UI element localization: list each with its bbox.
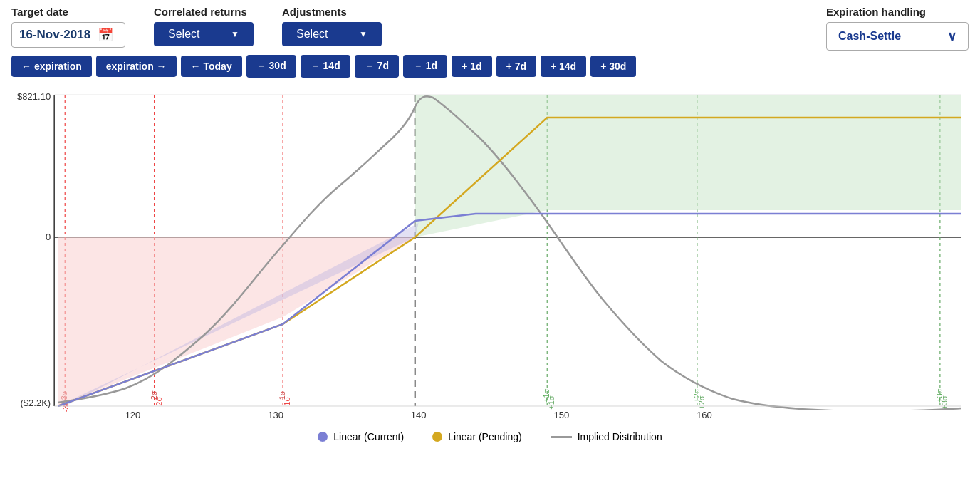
legend-linear-current: Linear (Current) <box>318 431 404 442</box>
nav-buttons-bar: ← expiration expiration → ← Today － 30d … <box>0 51 980 82</box>
implied-distribution-line <box>551 436 572 438</box>
linear-pending-dot <box>432 432 442 442</box>
calendar-icon[interactable]: 📅 <box>98 27 113 43</box>
legend-linear-current-label: Linear (Current) <box>333 431 404 442</box>
target-date-value: 16-Nov-2018 <box>19 28 90 42</box>
minus-14d-button[interactable]: － 14d <box>301 55 350 78</box>
svg-text:-2σ: -2σ <box>150 390 158 403</box>
svg-text:+2σ: +2σ <box>692 388 701 403</box>
prev-expiration-button[interactable]: ← expiration <box>11 56 92 77</box>
expiration-handling-arrow-icon: ∨ <box>947 28 956 44</box>
svg-text:($2.2K): ($2.2K) <box>20 398 51 408</box>
legend-linear-pending: Linear (Pending) <box>432 431 522 442</box>
next-expiration-button[interactable]: expiration → <box>96 56 177 77</box>
svg-text:160: 160 <box>697 410 712 420</box>
svg-text:150: 150 <box>553 410 569 420</box>
expiration-handling-group: Expiration handling Cash-Settle ∨ <box>826 6 969 51</box>
adjustments-group: Adjustments Select ▼ <box>282 6 382 46</box>
adjustments-label: Adjustments <box>282 6 347 18</box>
minus-1d-button[interactable]: － 1d <box>403 55 447 78</box>
svg-text:120: 120 <box>125 410 141 420</box>
chart-area: $821.10 0 ($2.2K) 120 130 140 150 160 -3… <box>11 82 969 424</box>
legend-linear-pending-label: Linear (Pending) <box>448 431 522 442</box>
correlated-returns-select[interactable]: Select ▼ <box>154 22 254 46</box>
svg-text:140: 140 <box>411 410 427 420</box>
chart-legend: Linear (Current) Linear (Pending) Implie… <box>0 424 980 442</box>
svg-text:130: 130 <box>268 410 283 420</box>
correlated-returns-label: Correlated returns <box>154 6 247 18</box>
svg-text:$821.10: $821.10 <box>17 91 51 102</box>
plus-1d-button[interactable]: + 1d <box>452 56 491 77</box>
target-date-group: Target date 16-Nov-2018 📅 <box>11 6 125 48</box>
plus-30d-button[interactable]: + 30d <box>590 56 636 77</box>
correlated-returns-arrow-icon: ▼ <box>231 29 239 39</box>
svg-text:-1σ: -1σ <box>278 390 286 403</box>
target-date-label: Target date <box>11 6 68 18</box>
target-date-input[interactable]: 16-Nov-2018 📅 <box>11 22 125 48</box>
expiration-handling-select[interactable]: Cash-Settle ∨ <box>826 22 969 51</box>
linear-current-dot <box>318 432 328 442</box>
legend-implied-distribution-label: Implied Distribution <box>578 431 662 442</box>
svg-text:0: 0 <box>46 232 51 242</box>
adjustments-arrow-icon: ▼ <box>359 29 368 39</box>
minus-30d-button[interactable]: － 30d <box>246 55 296 78</box>
svg-text:+1σ: +1σ <box>542 388 551 403</box>
legend-implied-distribution: Implied Distribution <box>551 431 662 442</box>
today-button[interactable]: ← Today <box>181 56 242 77</box>
plus-14d-button[interactable]: + 14d <box>541 56 586 77</box>
adjustments-select[interactable]: Select ▼ <box>282 22 382 46</box>
correlated-returns-group: Correlated returns Select ▼ <box>154 6 254 46</box>
expiration-handling-label: Expiration handling <box>826 6 926 18</box>
svg-text:+3σ: +3σ <box>935 388 944 403</box>
minus-7d-button[interactable]: － 7d <box>355 55 399 78</box>
plus-7d-button[interactable]: + 7d <box>496 56 536 77</box>
